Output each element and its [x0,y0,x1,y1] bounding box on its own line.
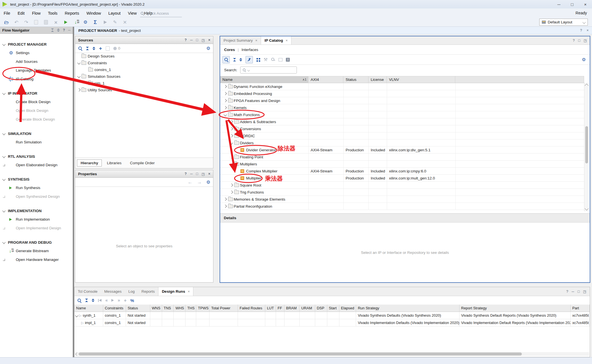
paste-icon[interactable] [43,19,49,25]
flow-item-create-block-design[interactable]: Create Block Design [0,97,73,106]
chevron-down-icon[interactable] [224,113,227,116]
hide-incompatible-icon[interactable] [246,56,253,63]
quick-access-search[interactable]: Quick Access [140,10,182,17]
flow-section-rtl-analysis[interactable]: RTL ANALYSIS [0,152,73,161]
chevron-right-icon[interactable] [77,88,80,91]
flow-section-project-manager[interactable]: PROJECT MANAGER [0,40,73,48]
chevron-right-icon[interactable] [224,106,227,109]
flow-item-run-implementation[interactable]: Run Implementation [0,215,73,224]
ip-row-multiplier[interactable]: MultiplierProductionIncludedxilinx.com:i… [220,175,584,182]
group-by-category-icon[interactable] [256,58,260,62]
chevron-right-icon[interactable] [230,120,233,123]
tab-project-summary[interactable]: Project Summary × [220,36,261,45]
column-license[interactable]: License [368,76,387,83]
minimize-panel-icon[interactable]: ─ [68,28,70,32]
maximize-panel-icon[interactable]: □ [196,172,198,176]
settings-gear-icon[interactable]: ⚙ [582,57,586,62]
undo-icon[interactable]: ↶ [13,19,19,25]
view-cores[interactable]: Cores [224,48,235,52]
sources-tab-libraries[interactable]: Libraries [103,160,125,166]
delete-icon[interactable]: × [53,19,59,25]
menu-window[interactable]: Window [83,11,105,15]
ip-row-dynamic-function-exchange[interactable]: Dynamic Function eXchange [220,83,584,90]
help-icon[interactable]: ? [573,39,575,43]
stop-run-icon[interactable] [102,19,108,25]
flow-item-settings[interactable]: ⚙Settings [0,48,73,57]
ip-row-adders-subtracters[interactable]: Adders & Subtracters [220,118,584,125]
ip-row-memories-storage-elements[interactable]: Memories & Storage Elements [220,196,584,203]
chevron-down-icon[interactable] [2,209,5,212]
add-run-icon[interactable]: + [124,298,127,303]
flow-item-open-implemented-design[interactable]: Open Implemented Design [0,224,73,232]
flow-item-open-hardware-manager[interactable]: Open Hardware Manager [0,255,73,264]
runs-column-report-strategy[interactable]: Report Strategy [460,305,571,312]
collapse-all-icon[interactable] [51,28,54,32]
sources-tab-compile-order[interactable]: Compile Order [127,160,158,166]
open-project-icon[interactable]: 🗁 [3,19,10,25]
sources-title-bar[interactable]: Sources ? ─ □ ◳ × [75,36,213,44]
scroll-left-icon[interactable] [75,352,78,356]
expand-all-icon[interactable] [92,47,95,50]
run-row-synth-1[interactable]: ▷synth_1constrs_1Not startedVivado Synth… [74,312,590,319]
chevron-down-icon[interactable] [2,132,5,135]
generate-bitstream-icon[interactable]: ↓0110 [72,19,79,25]
runs-column-wns[interactable]: WNS [150,305,162,312]
flow-section-synthesis[interactable]: SYNTHESIS [0,175,73,183]
runs-column-lut[interactable]: LUT [265,305,276,312]
properties-title-bar[interactable]: Properties ? ─ □ ◳ × [75,170,213,178]
float-panel-icon[interactable]: ◳ [202,172,205,176]
chevron-right-icon[interactable] [230,127,233,130]
tab-reports[interactable]: Reports [138,287,158,296]
maximize-panel-icon[interactable]: □ [196,38,198,42]
maximize-panel-icon[interactable]: □ [578,39,580,43]
close-tab-icon[interactable]: × [286,38,288,43]
chevron-right-icon[interactable] [230,134,233,137]
scrollbar-thumb[interactable] [79,352,522,356]
runs-column-total-power[interactable]: Total Power [209,305,238,312]
expand-all-icon[interactable] [92,299,94,302]
menu-flow[interactable]: Flow [28,11,44,15]
forward-icon[interactable]: → [197,180,202,185]
flow-item-add-sources[interactable]: Add Sources [0,57,73,66]
column-name[interactable]: Name ∧1 [220,76,308,83]
help-icon[interactable]: ? [185,38,187,42]
play-runs-icon[interactable] [111,299,114,302]
runs-column-ff[interactable]: FF [276,305,284,312]
chevron-right-icon[interactable] [230,183,233,187]
menu-layout[interactable]: Layout [105,11,124,15]
runs-column-tpws[interactable]: TPWS [196,305,209,312]
ip-row-fpga-features-and-design[interactable]: FPGA Features and Design [220,97,584,104]
horizontal-scrollbar[interactable] [75,352,589,356]
copy-icon[interactable] [33,19,39,25]
scrollbar-thumb[interactable] [585,126,588,163]
runs-column-run-strategy[interactable]: Run Strategy [356,305,459,312]
runs-column-ths[interactable]: THS [185,305,196,312]
settings-gear-icon[interactable]: ⚙ [82,19,89,25]
flow-item-open-synthesized-design[interactable]: Open Synthesized Design [0,192,73,201]
help-icon[interactable]: ? [185,172,187,176]
menu-reports[interactable]: Reports [61,11,83,15]
back-icon[interactable]: ← [188,180,193,185]
tab-log[interactable]: Log [125,287,138,296]
collapse-all-icon[interactable] [85,299,88,302]
menu-file[interactable]: File [0,11,14,15]
source-item-sim-1[interactable]: sim_1 [75,80,213,86]
chevron-down-icon[interactable] [2,177,5,181]
flow-item-generate-bitstream[interactable]: ↓0110Generate Bitstream [0,247,73,255]
ip-row-dividers[interactable]: Dividers [220,139,584,147]
ip-row-math-functions[interactable]: Math Functions [220,111,584,118]
search-icon[interactable] [78,46,82,50]
chevron-right-icon[interactable] [224,205,227,208]
minimize-panel-icon[interactable]: ─ [190,38,193,42]
run-icon[interactable] [63,19,69,25]
settings-gear-icon[interactable]: ⚙ [206,180,210,185]
settings-gear-icon[interactable]: ⚙ [206,46,210,51]
column-axi4[interactable]: AXI4 [308,76,343,83]
chevron-right-icon[interactable] [224,85,227,88]
chevron-down-icon[interactable] [75,314,78,317]
ip-row-divider-generator[interactable]: Divider GeneratorAXI4-StreamProductionIn… [220,147,584,154]
ip-row-cordic[interactable]: CORDIC [220,132,584,139]
collapse-all-icon[interactable] [233,58,236,61]
tab-ip-catalog[interactable]: IP Catalog × [261,36,291,45]
chevron-right-icon[interactable] [230,190,233,194]
